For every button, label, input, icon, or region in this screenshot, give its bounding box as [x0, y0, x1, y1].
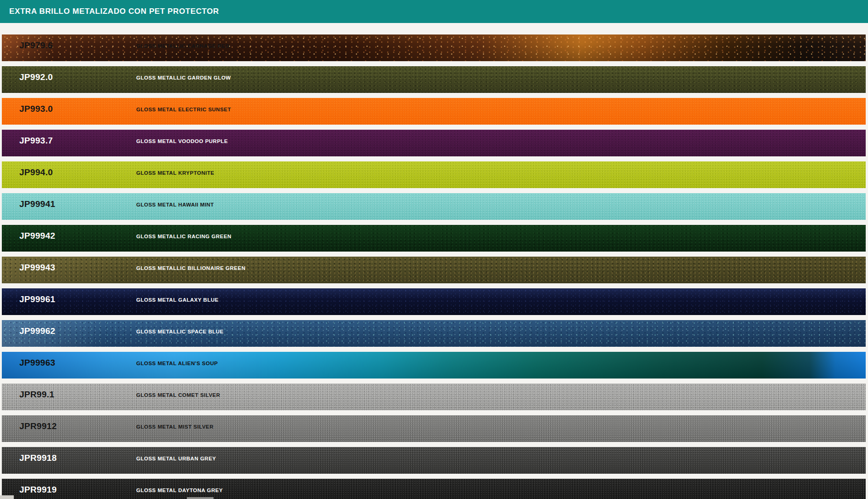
swatch-code: JP99943	[19, 263, 55, 273]
swatch-code: JP993.7	[19, 136, 53, 146]
swatch-code: JP99963	[19, 358, 55, 368]
swatch-row-jp99962[interactable]: JP99962 GLOSS METALLIC SPACE BLUE	[2, 320, 866, 347]
swatch-name: GLOSS METAL ALIEN'S SOUP	[136, 361, 218, 366]
swatch-name: GLOSS METAL VOODOO PURPLE	[136, 138, 228, 144]
swatch-row-jpr9918[interactable]: JPR9918 GLOSS METAL URBAN GREY	[2, 447, 866, 474]
cut-off-element-bottom-center	[187, 497, 214, 499]
swatch-row-jp979-6[interactable]: JP979.6 GLOSS METALLIC CARNAGE RED	[2, 34, 866, 61]
swatch-row-jpr9919[interactable]: JPR9919 GLOSS METAL DAYTONA GREY	[2, 479, 866, 499]
swatch-code: JP992.0	[19, 72, 53, 82]
swatch-code: JP99961	[19, 294, 55, 304]
cut-off-element-bottom-left	[0, 495, 14, 499]
swatch-code: JPR9918	[19, 453, 57, 463]
swatch-name: GLOSS METAL HAWAII MINT	[136, 202, 214, 207]
swatch-row-jp99961[interactable]: JP99961 GLOSS METAL GALAXY BLUE	[2, 288, 866, 315]
swatch-list: JP979.6 GLOSS METALLIC CARNAGE RED JP992…	[0, 23, 868, 499]
swatch-name: GLOSS METAL COMET SILVER	[136, 392, 220, 398]
swatch-name: GLOSS METALLIC CARNAGE RED	[136, 43, 230, 49]
swatch-row-jp99942[interactable]: JP99942 GLOSS METALLIC RACING GREEN	[2, 225, 866, 252]
swatch-code: JP99942	[19, 231, 55, 241]
swatch-code: JP99962	[19, 326, 55, 336]
swatch-code: JPR9919	[19, 485, 57, 495]
swatch-row-jp993-7[interactable]: JP993.7 GLOSS METAL VOODOO PURPLE	[2, 130, 866, 156]
swatch-row-jp99941[interactable]: JP99941 GLOSS METAL HAWAII MINT	[2, 193, 866, 220]
swatch-row-jp994-0[interactable]: JP994.0 GLOSS METAL KRYPTONITE	[2, 161, 866, 188]
swatch-code: JPR99.1	[19, 390, 54, 400]
swatch-name: GLOSS METALLIC SPACE BLUE	[136, 329, 224, 334]
swatch-row-jp99963[interactable]: JP99963 GLOSS METAL ALIEN'S SOUP	[2, 352, 866, 379]
swatch-name: GLOSS METAL DAYTONA GREY	[136, 488, 223, 493]
swatch-row-jp99943[interactable]: JP99943 GLOSS METALLIC BILLIONAIRE GREEN	[2, 257, 866, 283]
swatch-code: JP979.6	[19, 40, 53, 51]
swatch-code: JP994.0	[19, 167, 53, 178]
swatch-name: GLOSS METAL GALAXY BLUE	[136, 297, 219, 303]
swatch-name: GLOSS METALLIC BILLIONAIRE GREEN	[136, 265, 245, 271]
swatch-name: GLOSS METAL ELECTRIC SUNSET	[136, 107, 231, 112]
swatch-row-jp992-0[interactable]: JP992.0 GLOSS METALLIC GARDEN GLOW	[2, 66, 866, 93]
swatch-name: GLOSS METAL URBAN GREY	[136, 456, 216, 461]
swatch-name: GLOSS METALLIC RACING GREEN	[136, 234, 231, 239]
swatch-code: JP993.0	[19, 104, 53, 114]
swatch-name: GLOSS METAL KRYPTONITE	[136, 170, 214, 176]
page-title: EXTRA BRILLO METALIZADO CON PET PROTECTO…	[9, 7, 219, 16]
page-header: EXTRA BRILLO METALIZADO CON PET PROTECTO…	[0, 0, 868, 23]
swatch-row-jpr9912[interactable]: JPR9912 GLOSS METAL MIST SILVER	[2, 415, 866, 442]
swatch-code: JPR9912	[19, 421, 57, 431]
swatch-row-jp993-0[interactable]: JP993.0 GLOSS METAL ELECTRIC SUNSET	[2, 98, 866, 125]
swatch-row-jpr99-1[interactable]: JPR99.1 GLOSS METAL COMET SILVER	[2, 384, 866, 410]
swatch-name: GLOSS METALLIC GARDEN GLOW	[136, 75, 231, 80]
swatch-code: JP99941	[19, 199, 55, 209]
swatch-name: GLOSS METAL MIST SILVER	[136, 424, 214, 430]
